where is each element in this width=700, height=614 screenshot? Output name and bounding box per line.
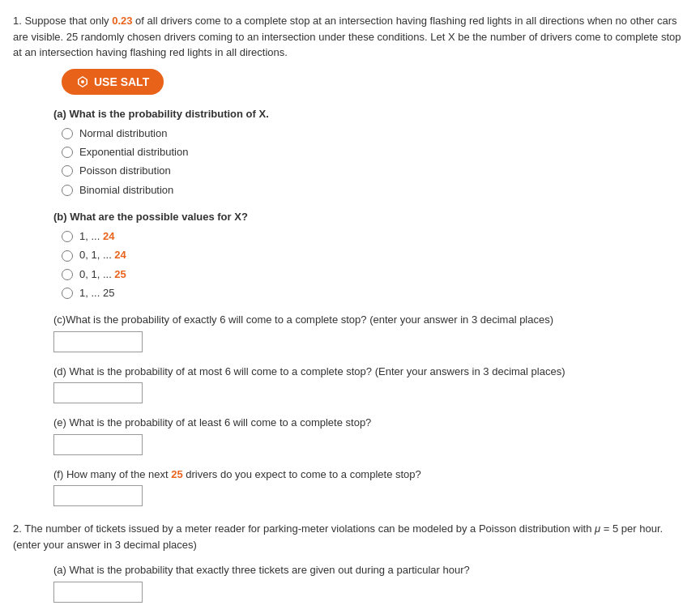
use-salt-button[interactable]: USE SALT <box>62 69 164 95</box>
q1-sub-a-options: Normal distribution Exponential distribu… <box>62 126 687 198</box>
radio-b-3[interactable] <box>62 269 73 280</box>
q1-sub-d: (d) What is the probability of at most 6… <box>53 364 687 404</box>
q1-sub-b: (b) What are the possible values for X? … <box>53 209 687 301</box>
radio-b-option-3[interactable]: 0, 1, ... 25 <box>62 267 687 282</box>
q1-value-25: 25 <box>66 31 78 43</box>
q1-sub-e-input[interactable] <box>53 434 143 455</box>
radio-option-binomial[interactable]: Binomial distribution <box>62 183 687 198</box>
q1-sub-a-label: (a) What is the probability distribution… <box>53 106 687 122</box>
radio-b-option-4[interactable]: 1, ... 25 <box>62 286 687 301</box>
radio-b-option-2[interactable]: 0, 1, ... 24 <box>62 248 687 262</box>
q1-sub-b-options: 1, ... 24 0, 1, ... 24 0, 1, ... 25 1, .… <box>62 229 687 301</box>
q1-sub-d-label: (d) What is the probability of at most 6… <box>53 364 687 380</box>
radio-option-exponential[interactable]: Exponential distribution <box>62 145 687 160</box>
radio-b-2-label: 0, 1, ... 24 <box>79 248 126 262</box>
q1-value-023: 0.23 <box>112 15 132 27</box>
salt-icon <box>76 75 89 88</box>
radio-poisson[interactable] <box>62 165 73 177</box>
q1-sub-f-label: (f) How many of the next 25 drivers do y… <box>53 467 687 483</box>
radio-normal[interactable] <box>62 128 73 139</box>
radio-b-4-label: 1, ... 25 <box>79 286 114 301</box>
q2-mu: μ <box>595 522 600 535</box>
question-1-text: 1. Suppose that only 0.23 of all drivers… <box>13 13 687 61</box>
radio-exponential[interactable] <box>62 147 73 158</box>
radio-b-1[interactable] <box>62 231 73 242</box>
question-2-text: 2. The number of tickets issued by a met… <box>13 521 687 552</box>
q1-sub-d-input[interactable] <box>53 382 143 403</box>
q1-sub-b-label: (b) What are the possible values for X? <box>53 209 687 225</box>
q1-sub-f-input[interactable] <box>53 485 143 506</box>
q2-sub-a-input[interactable] <box>53 582 143 603</box>
radio-exponential-label: Exponential distribution <box>79 145 188 160</box>
q1-sub-c-label: (c)What is the probability of exactly 6 … <box>53 312 687 328</box>
radio-b-option-1[interactable]: 1, ... 24 <box>62 229 687 244</box>
q1-sub-f: (f) How many of the next 25 drivers do y… <box>53 467 687 507</box>
radio-b-4[interactable] <box>62 288 73 299</box>
q1-sub-e-label: (e) What is the probability of at least … <box>53 415 687 431</box>
radio-normal-label: Normal distribution <box>79 126 167 141</box>
radio-binomial[interactable] <box>62 185 73 196</box>
radio-b-2[interactable] <box>62 250 73 262</box>
q1-sub-c: (c)What is the probability of exactly 6 … <box>53 312 687 352</box>
use-salt-label: USE SALT <box>94 75 149 88</box>
question-1-block: 1. Suppose that only 0.23 of all drivers… <box>13 13 687 506</box>
radio-option-poisson[interactable]: Poisson distribution <box>62 164 687 178</box>
radio-option-normal[interactable]: Normal distribution <box>62 126 687 141</box>
radio-binomial-label: Binomial distribution <box>79 183 173 198</box>
q1-sub-a: (a) What is the probability distribution… <box>53 106 687 198</box>
q1-f-25: 25 <box>171 468 182 480</box>
q1-sub-e: (e) What is the probability of at least … <box>53 415 687 455</box>
q2-sub-a: (a) What is the probability that exactly… <box>53 562 687 603</box>
q2-sub-a-label: (a) What is the probability that exactly… <box>53 562 687 578</box>
radio-b-1-label: 1, ... 24 <box>79 229 114 244</box>
radio-poisson-label: Poisson distribution <box>79 164 171 178</box>
question-2-block: 2. The number of tickets issued by a met… <box>13 521 687 614</box>
radio-b-3-label: 0, 1, ... 25 <box>79 267 126 282</box>
q1-sub-c-input[interactable] <box>53 331 143 352</box>
